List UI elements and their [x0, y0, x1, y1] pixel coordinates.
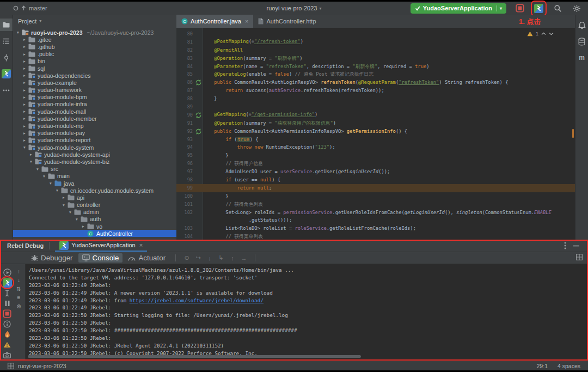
code-line-80[interactable]: 80	[176, 30, 575, 38]
layout-settings-button[interactable]	[576, 254, 583, 260]
status-project-name[interactable]: ruoyi-vue-pro-2023	[18, 363, 66, 369]
code-editor[interactable]: 8081 @PostMapping(⊕"/refresh-token")82 @…	[176, 28, 575, 240]
show-execution-point-button[interactable]: ⊙	[182, 254, 192, 261]
debug-view-debugger[interactable]: Debugger	[27, 253, 77, 263]
tree-item-admin[interactable]: ▾admin	[13, 209, 176, 216]
tree-item-yudao-dependencies[interactable]: ▸yudao-dependencies	[13, 72, 176, 79]
code-line-82[interactable]: 82 @PermitAll	[176, 46, 575, 54]
settings-button[interactable]	[571, 3, 583, 14]
tree-chevron[interactable]: ▸	[22, 109, 27, 114]
project-tool-button[interactable]	[0, 19, 13, 31]
editor-tab-authcontroller-java[interactable]: CAuthController.java×	[176, 15, 253, 28]
debug-session-tab[interactable]: YudaoServerApplication ×	[55, 240, 147, 252]
tree-chevron[interactable]: ▾	[61, 203, 66, 208]
rebel-reload-icon[interactable]	[194, 129, 203, 135]
hide-button[interactable]	[573, 245, 579, 247]
tree-item-yudao-module-system-api[interactable]: ▸yudao-module-system-api	[13, 151, 176, 158]
code-line-84[interactable]: 84 @Parameter(name = "refreshToken", des…	[176, 63, 575, 71]
tree-chevron[interactable]: ▸	[22, 102, 27, 107]
chevron-down-icon[interactable]: ▾	[500, 6, 502, 11]
tree-item-yudao-module-infra[interactable]: ▸yudao-module-infra	[13, 101, 176, 108]
warn-button[interactable]	[2, 340, 13, 350]
maven-tool-button[interactable]: m	[579, 54, 585, 62]
rebel-reload-icon[interactable]	[194, 112, 203, 118]
tree-item--github[interactable]: ▸.github	[13, 43, 176, 50]
code-line-81[interactable]: 81 @PostMapping(⊕"/refresh-token")	[176, 38, 575, 46]
tree-item-java[interactable]: ▾java	[13, 180, 176, 187]
pause-button[interactable]	[2, 298, 13, 308]
info-button[interactable]	[2, 319, 13, 329]
tree-chevron[interactable]: ▸	[22, 59, 27, 64]
database-tool-button[interactable]	[578, 38, 585, 46]
code-line-85[interactable]: 85 @OperateLog(enable = false) // 避免 Pos…	[176, 70, 575, 78]
tree-item-bin[interactable]: ▸bin	[13, 58, 176, 65]
debug-view-actuator[interactable]: Actuator	[124, 253, 169, 263]
tree-item-authcontroller[interactable]: CAuthController	[13, 230, 176, 237]
tree-chevron[interactable]: ▾	[74, 217, 79, 222]
pin-button[interactable]	[2, 288, 13, 298]
chevron-down-icon[interactable]	[549, 32, 554, 35]
tree-chevron[interactable]: ▸	[22, 44, 27, 49]
tree-item-main[interactable]: ▾main	[13, 173, 176, 180]
debug-side-button[interactable]: ≡	[14, 294, 23, 301]
code-line-91[interactable]: 91 @Operation(summary = "获取登录用户的权限信息")	[176, 119, 575, 127]
tree-chevron[interactable]: ▸	[61, 195, 66, 200]
stop-button[interactable]	[2, 309, 13, 319]
step-over-button[interactable]: ↪	[193, 254, 203, 261]
tree-item-sql[interactable]: ▸sql	[13, 65, 176, 72]
console-output[interactable]: /Users/yunai/Library/Java/JavaVirtualMac…	[26, 264, 587, 360]
close-icon[interactable]: ×	[245, 18, 248, 25]
tree-item-api[interactable]: ▸api	[13, 194, 176, 201]
more-options-button[interactable]	[564, 242, 566, 249]
code-line-86[interactable]: 86 public CommonResult<AuthLoginRespVO> …	[176, 78, 575, 87]
tree-item-cn-iocoder-yudao-module-system[interactable]: ▾cn.iocoder.yudao.module.system	[13, 187, 176, 194]
code-line-100[interactable]: 100 }	[176, 192, 575, 200]
tree-chevron[interactable]: ▸	[22, 95, 27, 100]
indent-setting[interactable]: 4 spaces	[558, 363, 580, 369]
editor-tab-authcontroller-http[interactable]: AuthController.http	[253, 15, 321, 28]
close-icon[interactable]: ×	[139, 242, 143, 248]
debug-side-button[interactable]: ⊗	[14, 302, 23, 310]
chevron-up-icon[interactable]	[541, 32, 546, 35]
code-line-87[interactable]: 87 return success(authService.refreshTok…	[176, 87, 575, 95]
debug-view-console[interactable]: Console	[78, 253, 123, 263]
step-out-button[interactable]: ↑	[228, 255, 237, 261]
code-line-88[interactable]: 88 }	[176, 95, 575, 103]
code-line-96[interactable]: 96 // 获得用户信息	[176, 160, 575, 168]
tree-chevron[interactable]: ▾	[48, 181, 53, 186]
tree-item-yudao-module-mp[interactable]: ▸yudao-module-mp	[13, 122, 176, 129]
tree-item-controller[interactable]: ▾controller	[13, 202, 176, 209]
tree-chevron[interactable]: ▸	[22, 80, 27, 85]
tree-item--public[interactable]: ▸.public	[13, 51, 176, 58]
stop-button[interactable]	[514, 3, 525, 14]
tree-item-yudao-module-member[interactable]: ▸yudao-module-member	[13, 115, 176, 122]
tree-item-yudao-module-report[interactable]: ▸yudao-module-report	[13, 137, 176, 144]
rebel-reload-icon[interactable]	[194, 80, 203, 86]
code-line-99[interactable]: 99 return null;	[176, 184, 575, 192]
tree-item-yudao-module-pay[interactable]: ▸yudao-module-pay	[13, 130, 176, 137]
tree-chevron[interactable]: ▾	[68, 210, 73, 215]
code-line-95[interactable]: 95 }	[176, 151, 575, 160]
code-line-101[interactable]: 101 // 获得角色列表	[176, 200, 575, 209]
code-line-90[interactable]: 90 @GetMapping(⊕"/get-permission-info")	[176, 111, 575, 119]
code-line-89[interactable]: 89	[176, 103, 575, 111]
debug-side-button[interactable]: ↑	[14, 267, 23, 275]
code-line-104[interactable]: 104 // 获得菜单列表	[176, 233, 575, 240]
jrebel-button[interactable]	[2, 278, 13, 288]
tree-chevron[interactable]: ▾	[15, 30, 21, 35]
tree-chevron[interactable]: ▾	[22, 145, 27, 150]
tree-chevron[interactable]: ▾	[41, 174, 47, 179]
camera-button[interactable]	[2, 350, 13, 360]
tree-chevron[interactable]: ▸	[22, 131, 27, 136]
more-tools-button[interactable]	[0, 84, 13, 96]
tree-item-yudao-example[interactable]: ▸yudao-example	[13, 79, 176, 86]
debug-side-button[interactable]: ⇅	[14, 285, 23, 292]
play-circle-button[interactable]	[2, 267, 13, 277]
tree-item-yudao-module-system[interactable]: ▾yudao-module-system	[13, 144, 176, 151]
code-line-98[interactable]: 98 if (user == null) {	[176, 176, 575, 184]
code-line-93[interactable]: 93 if (true) {	[176, 136, 575, 144]
caret-position[interactable]: 29:1	[537, 363, 548, 369]
tree-chevron[interactable]: ▸	[28, 152, 34, 157]
notifications-button[interactable]	[578, 21, 586, 29]
tree-chevron[interactable]: ▾	[54, 188, 60, 193]
